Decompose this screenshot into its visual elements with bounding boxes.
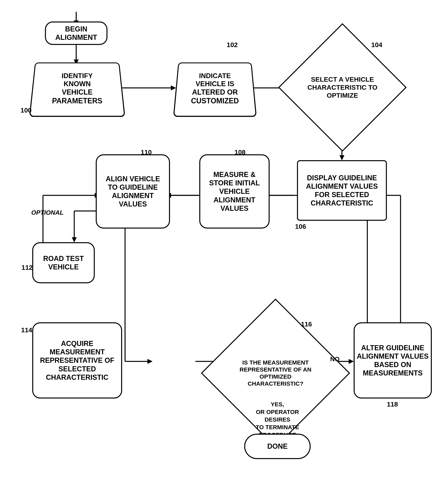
node-110-label: ALIGN VEHICLE TO GUIDELINE ALIGNMENT VAL… [106, 175, 160, 208]
node-114: ACQUIRE MEASUREMENT REPRESENTATIVE OF SE… [32, 322, 122, 398]
svg-marker-3 [171, 86, 176, 90]
node-110: ALIGN VEHICLE TO GUIDELINE ALIGNMENT VAL… [96, 154, 170, 229]
ref-102: 102 [227, 41, 238, 49]
node-100-label: IDENTIFY KNOWN VEHICLE PARAMETERS [52, 72, 103, 105]
node-102-label: INDICATE VEHICLE IS ALTERED OR CUSTOMIZE… [191, 72, 239, 105]
ref-108: 108 [234, 149, 246, 156]
ref-110: 110 [141, 149, 152, 156]
ref-114: 114 [21, 326, 32, 334]
done-label: DONE [267, 442, 288, 450]
node-118-label: ALTER GUIDELINE ALIGNMENT VALUES BASED O… [357, 344, 428, 377]
yes-label: YES, OR OPERATOR DESIRES TO TERMINATE PR… [242, 400, 313, 438]
ref-104: 104 [371, 41, 382, 49]
node-106-label: DISPLAY GUIDELINE ALIGNMENT VALUES FOR S… [306, 174, 378, 207]
ref-112: 112 [22, 264, 33, 271]
node-102: INDICATE VEHICLE IS ALTERED OR CUSTOMIZE… [173, 63, 257, 117]
node-106: DISPLAY GUIDELINE ALIGNMENT VALUES FOR S… [297, 160, 387, 221]
begin-label: BEGIN ALIGNMENT [55, 25, 97, 41]
node-100: IDENTIFY KNOWN VEHICLE PARAMETERS [29, 63, 125, 117]
ref-118: 118 [387, 400, 398, 408]
no-label: NO [330, 355, 340, 363]
node-108-label: MEASURE & STORE INITIAL VEHICLE ALIGNMEN… [209, 170, 260, 213]
optional-label: OPTIONAL [31, 209, 64, 216]
svg-marker-7 [340, 155, 344, 160]
ref-100: 100 [21, 107, 32, 114]
node-104: SELECT A VEHICLE CHARACTERISTIC TO OPTIM… [297, 42, 388, 133]
node-114-label: ACQUIRE MEASUREMENT REPRESENTATIVE OF SE… [40, 339, 114, 381]
svg-marker-18 [148, 359, 152, 364]
node-112: ROAD TEST VEHICLE [32, 242, 95, 283]
flowchart-diagram: BEGIN ALIGNMENT IDENTIFY KNOWN VEHICLE P… [0, 0, 440, 504]
node-108: MEASURE & STORE INITIAL VEHICLE ALIGNMEN… [199, 154, 270, 229]
ref-106: 106 [295, 223, 306, 230]
svg-marker-25 [72, 237, 77, 242]
svg-marker-29 [349, 359, 354, 364]
node-104-label: SELECT A VEHICLE CHARACTERISTIC TO OPTIM… [305, 73, 379, 101]
node-116-label: IS THE MEASUREMENT REPRESENTATIVE OF AN … [238, 357, 313, 389]
done-node: DONE [244, 434, 311, 459]
node-112-label: ROAD TEST VEHICLE [43, 254, 84, 271]
node-118: ALTER GUIDELINE ALIGNMENT VALUES BASED O… [354, 322, 432, 398]
ref-116: 116 [301, 320, 312, 328]
begin-node: BEGIN ALIGNMENT [45, 22, 108, 45]
